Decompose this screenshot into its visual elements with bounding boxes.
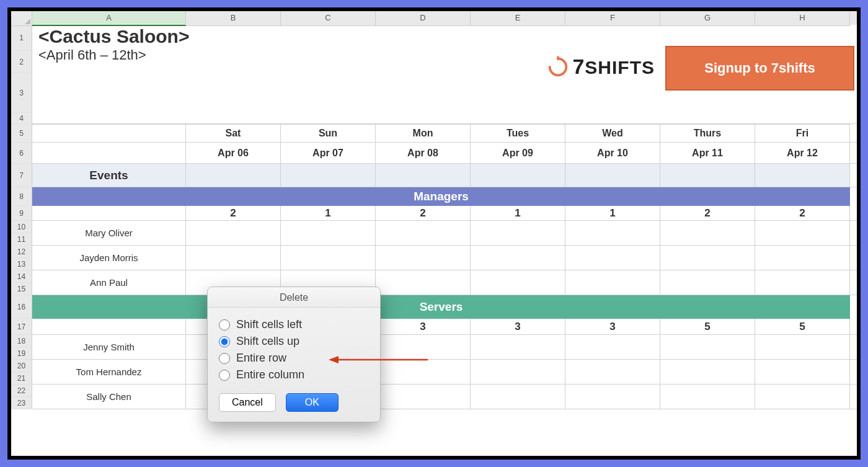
day-label: Sun [281, 124, 376, 142]
row-header[interactable]: 21 [11, 372, 32, 385]
date-header-row: Apr 06 Apr 07 Apr 08 Apr 09 Apr 10 Apr 1… [32, 143, 857, 164]
row-header[interactable]: 4 [11, 113, 32, 124]
radio-entire-column[interactable]: Entire column [219, 367, 369, 383]
radio-shift-cells-left[interactable]: Shift cells left [219, 316, 369, 333]
radio-entire-row[interactable]: Entire row [219, 350, 369, 367]
row-header[interactable]: 16 [11, 295, 32, 319]
radio-shift-cells-up[interactable]: Shift cells up [219, 333, 369, 350]
row-header[interactable]: 7 [11, 164, 32, 187]
column-header[interactable]: A [32, 11, 186, 26]
brand-logo: 7SHIFTS [546, 55, 655, 79]
column-header[interactable]: H [755, 11, 850, 26]
sheet-title: <Cactus Saloon> [36, 26, 189, 47]
employee-row: Mary Oliver [32, 221, 857, 246]
clock-icon [546, 55, 570, 79]
employee-name[interactable]: Ann Paul [32, 270, 186, 295]
row-header[interactable]: 6 [11, 143, 32, 164]
row-header[interactable]: 1 [11, 25, 32, 51]
column-header[interactable]: B [186, 11, 281, 26]
sheet-subtitle: <April 6th – 12th> [36, 47, 189, 63]
employee-name[interactable]: Jayden Morris [32, 246, 186, 270]
day-label: Sat [186, 124, 281, 142]
date-label: Apr 12 [755, 143, 850, 163]
day-header-row: Sat Sun Mon Tues Wed Thurs Fri [32, 124, 857, 143]
date-label: Apr 06 [186, 143, 281, 163]
date-label: Apr 11 [660, 143, 755, 163]
row-header[interactable]: 17 [11, 319, 32, 335]
column-header[interactable]: D [376, 11, 471, 26]
date-label: Apr 09 [471, 143, 565, 163]
radio-input[interactable] [219, 336, 230, 347]
svg-rect-0 [557, 56, 560, 60]
radio-input[interactable] [219, 353, 230, 364]
employee-row: Tom Hernandez [32, 360, 857, 385]
ok-button[interactable]: OK [286, 393, 339, 412]
radio-input[interactable] [219, 319, 230, 331]
row-header[interactable]: 11 [11, 233, 32, 246]
row-header[interactable]: 22 [11, 385, 32, 397]
column-header-row: A B C D E F G H [11, 11, 857, 25]
date-label: Apr 08 [376, 143, 471, 163]
date-label: Apr 10 [565, 143, 660, 163]
employee-name[interactable]: Tom Hernandez [32, 360, 186, 384]
employee-name[interactable]: Mary Oliver [32, 221, 186, 245]
row-header[interactable]: 10 [11, 221, 32, 233]
row-header[interactable]: 2 [11, 51, 32, 73]
cancel-button[interactable]: Cancel [219, 393, 276, 412]
day-label: Thurs [660, 124, 755, 142]
managers-count-row: 2 1 2 1 1 2 2 [32, 206, 857, 221]
column-header[interactable]: C [281, 11, 376, 26]
row-header[interactable]: 3 [11, 73, 32, 113]
row-header[interactable]: 14 [11, 270, 32, 283]
row-header[interactable]: 18 [11, 335, 32, 347]
column-header[interactable]: F [565, 11, 660, 26]
row-header[interactable]: 9 [11, 206, 32, 221]
day-label: Wed [565, 124, 660, 142]
row-header[interactable]: 20 [11, 360, 32, 372]
dialog-title: Delete [208, 287, 380, 308]
column-header[interactable]: G [660, 11, 755, 26]
events-label: Events [32, 164, 186, 187]
servers-section-header: Servers [32, 295, 857, 319]
delete-dialog: Delete Shift cells left Shift cells up E… [207, 287, 381, 422]
employee-name[interactable]: Jenny Smith [32, 335, 186, 359]
servers-count-row: 3 3 3 5 5 [32, 319, 857, 335]
employee-row: Jenny Smith [32, 335, 857, 360]
select-all-corner[interactable] [11, 11, 32, 26]
day-label: Tues [471, 124, 565, 142]
date-label: Apr 07 [281, 143, 376, 163]
employee-row: Ann Paul [32, 270, 857, 295]
row-header[interactable]: 15 [11, 283, 32, 295]
events-row: Events [32, 164, 857, 187]
day-label: Fri [755, 124, 850, 142]
employee-row: Jayden Morris [32, 246, 857, 270]
row-header[interactable]: 5 [11, 124, 32, 143]
row-header[interactable]: 8 [11, 187, 32, 206]
row-header[interactable]: 19 [11, 347, 32, 360]
employee-name[interactable]: Sally Chen [32, 385, 186, 409]
column-header[interactable]: E [471, 11, 565, 26]
row-header[interactable]: 12 [11, 246, 32, 258]
employee-row: Sally Chen [32, 385, 857, 409]
row-header-column: 1 2 3 4 5 6 7 8 9 10 11 12 13 14 15 16 1… [11, 25, 32, 456]
day-label: Mon [376, 124, 471, 142]
radio-input[interactable] [219, 370, 230, 381]
row-header[interactable]: 23 [11, 397, 32, 409]
managers-section-header: Managers [32, 187, 857, 206]
signup-button[interactable]: Signup to 7shifts [665, 46, 854, 91]
row-header[interactable]: 13 [11, 258, 32, 270]
header-area: <Cactus Saloon> <April 6th – 12th> 7SHIF… [32, 25, 857, 124]
